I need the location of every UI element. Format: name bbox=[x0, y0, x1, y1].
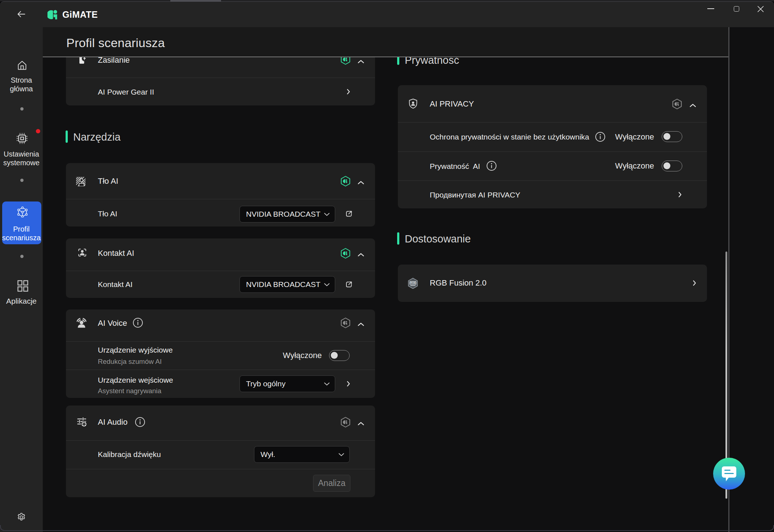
svg-text:RGB: RGB bbox=[410, 282, 416, 284]
